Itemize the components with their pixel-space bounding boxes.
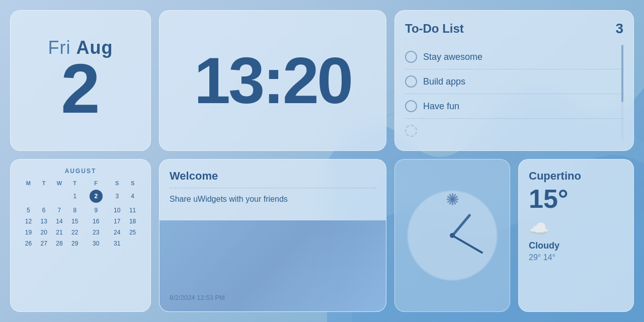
today-marker: 2 [90, 190, 103, 203]
cal-cell[interactable]: 19 [21, 227, 36, 238]
cal-cell[interactable]: 30 [83, 238, 109, 249]
cal-cell[interactable]: 17 [109, 216, 125, 227]
cal-cell[interactable]: 3 [109, 188, 125, 205]
calendar-week-2: 5 6 7 8 9 10 11 [21, 205, 140, 216]
weather-icon: ☁️ [529, 219, 623, 238]
weather-city: Cupertino [529, 170, 623, 183]
date-number: 2 [61, 53, 100, 124]
cal-cell-today[interactable]: 2 [83, 188, 109, 205]
todo-item-empty [405, 119, 623, 140]
cal-cell[interactable]: 31 [109, 238, 125, 249]
clock-minute-hand [452, 234, 484, 254]
widgets-container: Fri Aug 2 13:20 To-Do List 3 Stay awesom… [0, 0, 644, 322]
todo-text-2: Build apps [423, 76, 465, 87]
cal-cell[interactable]: 9 [83, 205, 109, 216]
cal-cell[interactable]: 28 [52, 238, 67, 249]
cal-cell[interactable]: 5 [21, 205, 36, 216]
cal-cell[interactable]: 10 [109, 205, 125, 216]
cal-cell[interactable]: 8 [67, 205, 83, 216]
calendar-header-row: M T W T F S S [21, 179, 140, 188]
analog-clock-widget [394, 159, 510, 312]
cal-cell [52, 188, 67, 205]
welcome-title: Welcome [170, 170, 376, 188]
cal-cell[interactable]: 27 [36, 238, 52, 249]
cal-cell[interactable]: 1 [67, 188, 83, 205]
todo-checkbox-3[interactable] [405, 100, 417, 112]
calendar-widget: AUGUST M T W T F S S 1 2 [10, 159, 151, 312]
calendar-week-3: 12 13 14 15 16 17 18 [21, 216, 140, 227]
todo-checkbox-2[interactable] [405, 75, 417, 88]
clock-face [407, 190, 498, 281]
todo-item: Build apps [405, 69, 623, 94]
todo-scrollbar-thumb [621, 45, 623, 102]
cal-cell[interactable]: 16 [83, 216, 109, 227]
todo-items-list: Stay awesome Build apps Have fun [405, 45, 623, 140]
calendar-week-1: 1 2 3 4 [21, 188, 140, 205]
todo-header: To-Do List 3 [405, 21, 623, 37]
clock-time: 13:20 [194, 43, 352, 118]
clock-center [450, 233, 455, 238]
todo-item: Stay awesome [405, 45, 623, 69]
cal-cell[interactable]: 26 [21, 238, 36, 249]
cal-cell[interactable]: 29 [67, 238, 83, 249]
digital-clock-widget: 13:20 [159, 10, 386, 151]
calendar-grid: M T W T F S S 1 2 3 4 [21, 179, 140, 249]
welcome-description: Share uWidgets with your friends [170, 188, 376, 290]
cal-cell[interactable]: 18 [125, 216, 140, 227]
calendar-week-4: 19 20 21 22 23 24 25 [21, 227, 140, 238]
cal-cell[interactable]: 21 [52, 227, 67, 238]
welcome-widget: Welcome Share uWidgets with your friends… [159, 159, 386, 312]
todo-title: To-Do List [405, 22, 464, 36]
todo-item: Have fun [405, 94, 623, 119]
cal-header-w: W [52, 179, 67, 188]
weather-range: 29° 14° [529, 253, 623, 262]
todo-checkbox-add[interactable] [405, 125, 417, 137]
cal-cell[interactable]: 23 [83, 227, 109, 238]
cal-header-s2: S [125, 179, 140, 188]
cal-cell[interactable]: 7 [52, 205, 67, 216]
cal-cell [36, 188, 52, 205]
todo-text-1: Stay awesome [423, 52, 482, 62]
cal-cell[interactable]: 4 [125, 188, 140, 205]
todo-checkbox-1[interactable] [405, 51, 417, 63]
cal-cell[interactable]: 25 [125, 227, 140, 238]
todo-scrollbar[interactable] [621, 45, 623, 140]
cal-header-f: F [83, 179, 109, 188]
weather-condition: Cloudy [529, 240, 623, 251]
todo-widget: To-Do List 3 Stay awesome Build apps Hav… [394, 10, 634, 151]
cal-header-s1: S [109, 179, 125, 188]
cal-cell[interactable]: 13 [36, 216, 52, 227]
cal-header-t1: T [36, 179, 52, 188]
cal-header-m: M [21, 179, 36, 188]
cal-cell[interactable]: 20 [36, 227, 52, 238]
cal-cell [125, 238, 140, 249]
weather-widget: Cupertino 15° ☁️ Cloudy 29° 14° [518, 159, 634, 312]
cal-cell[interactable]: 14 [52, 216, 67, 227]
cal-cell[interactable]: 11 [125, 205, 140, 216]
cal-cell[interactable]: 6 [36, 205, 52, 216]
cal-cell[interactable]: 22 [67, 227, 83, 238]
cal-cell[interactable]: 15 [67, 216, 83, 227]
clock-hour-hand [451, 213, 471, 236]
calendar-week-5: 26 27 28 29 30 31 [21, 238, 140, 249]
todo-text-3: Have fun [423, 101, 459, 112]
date-widget: Fri Aug 2 [10, 10, 151, 151]
weather-temperature: 15° [529, 185, 623, 213]
calendar-month: AUGUST [21, 168, 140, 175]
cal-cell [21, 188, 36, 205]
cal-header-t2: T [67, 179, 83, 188]
welcome-timestamp: 8/2/2024 12:53 PM [170, 290, 376, 301]
cal-cell[interactable]: 12 [21, 216, 36, 227]
cal-cell[interactable]: 24 [109, 227, 125, 238]
todo-count: 3 [615, 21, 623, 37]
